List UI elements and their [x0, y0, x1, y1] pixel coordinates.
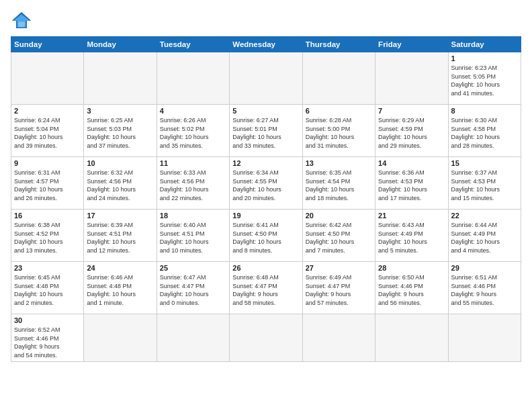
day-number: 6 [306, 107, 372, 115]
weekday-header-row: SundayMondayTuesdayWednesdayThursdayFrid… [11, 37, 521, 52]
day-number: 5 [232, 107, 299, 115]
calendar-cell [302, 314, 375, 362]
calendar-cell: 3Sunrise: 6:25 AMSunset: 5:03 PMDaylight… [84, 105, 157, 157]
day-number: 26 [232, 264, 299, 272]
calendar-cell: 29Sunrise: 6:51 AMSunset: 4:46 PMDayligh… [448, 262, 521, 314]
calendar-cell: 28Sunrise: 6:50 AMSunset: 4:46 PMDayligh… [375, 262, 448, 314]
day-number: 4 [160, 107, 226, 115]
day-info: Sunrise: 6:51 AMSunset: 4:46 PMDaylight:… [451, 273, 518, 307]
day-number: 28 [378, 264, 445, 272]
calendar-cell: 5Sunrise: 6:27 AMSunset: 5:01 PMDaylight… [230, 105, 302, 157]
day-number: 3 [87, 107, 153, 115]
calendar-cell: 18Sunrise: 6:40 AMSunset: 4:51 PMDayligh… [157, 210, 229, 262]
calendar-cell: 22Sunrise: 6:44 AMSunset: 4:49 PMDayligh… [448, 210, 521, 262]
day-number: 14 [378, 159, 445, 167]
day-info: Sunrise: 6:33 AMSunset: 4:56 PMDaylight:… [160, 169, 226, 202]
day-info: Sunrise: 6:30 AMSunset: 4:58 PMDaylight:… [451, 116, 518, 150]
day-number: 9 [14, 159, 81, 167]
day-info: Sunrise: 6:40 AMSunset: 4:51 PMDaylight:… [160, 221, 226, 255]
day-number: 25 [160, 264, 226, 272]
day-info: Sunrise: 6:29 AMSunset: 4:59 PMDaylight:… [378, 116, 445, 150]
calendar-cell [84, 314, 157, 362]
day-info: Sunrise: 6:52 AMSunset: 4:46 PMDaylight:… [14, 326, 81, 359]
day-info: Sunrise: 6:23 AMSunset: 5:05 PMDaylight:… [451, 64, 518, 97]
calendar-cell: 7Sunrise: 6:29 AMSunset: 4:59 PMDaylight… [375, 105, 448, 157]
calendar-cell: 13Sunrise: 6:35 AMSunset: 4:54 PMDayligh… [302, 157, 375, 210]
day-number: 13 [306, 159, 372, 167]
calendar-cell: 12Sunrise: 6:34 AMSunset: 4:55 PMDayligh… [230, 157, 302, 210]
calendar-cell [375, 52, 448, 105]
weekday-header-saturday: Saturday [448, 37, 521, 52]
day-info: Sunrise: 6:49 AMSunset: 4:47 PMDaylight:… [306, 273, 372, 307]
day-number: 27 [306, 264, 372, 272]
day-number: 21 [378, 212, 445, 220]
calendar-cell [230, 52, 302, 105]
week-row-1: 2Sunrise: 6:24 AMSunset: 5:04 PMDaylight… [11, 105, 521, 157]
day-info: Sunrise: 6:45 AMSunset: 4:48 PMDaylight:… [14, 273, 81, 307]
day-number: 1 [451, 54, 518, 62]
day-info: Sunrise: 6:36 AMSunset: 4:53 PMDaylight:… [378, 169, 445, 202]
day-number: 19 [232, 212, 299, 220]
day-number: 17 [87, 212, 153, 220]
calendar-cell: 24Sunrise: 6:46 AMSunset: 4:48 PMDayligh… [84, 262, 157, 314]
calendar-cell [302, 52, 375, 105]
calendar-cell: 25Sunrise: 6:47 AMSunset: 4:47 PMDayligh… [157, 262, 229, 314]
week-row-2: 9Sunrise: 6:31 AMSunset: 4:57 PMDaylight… [11, 157, 521, 210]
calendar-cell: 17Sunrise: 6:39 AMSunset: 4:51 PMDayligh… [84, 210, 157, 262]
day-info: Sunrise: 6:24 AMSunset: 5:04 PMDaylight:… [14, 116, 81, 150]
calendar-cell: 23Sunrise: 6:45 AMSunset: 4:48 PMDayligh… [11, 262, 84, 314]
calendar-cell: 27Sunrise: 6:49 AMSunset: 4:47 PMDayligh… [302, 262, 375, 314]
day-info: Sunrise: 6:28 AMSunset: 5:00 PMDaylight:… [306, 116, 372, 150]
day-info: Sunrise: 6:34 AMSunset: 4:55 PMDaylight:… [232, 169, 299, 202]
day-info: Sunrise: 6:25 AMSunset: 5:03 PMDaylight:… [87, 116, 153, 150]
day-number: 24 [87, 264, 153, 272]
weekday-header-wednesday: Wednesday [230, 37, 302, 52]
calendar-cell [11, 52, 84, 105]
calendar-cell: 8Sunrise: 6:30 AMSunset: 4:58 PMDaylight… [448, 105, 521, 157]
day-info: Sunrise: 6:44 AMSunset: 4:49 PMDaylight:… [451, 221, 518, 255]
page: SundayMondayTuesdayWednesdayThursdayFrid… [0, 0, 532, 411]
day-number: 23 [14, 264, 81, 272]
weekday-header-sunday: Sunday [11, 37, 84, 52]
calendar-cell [157, 52, 229, 105]
day-info: Sunrise: 6:39 AMSunset: 4:51 PMDaylight:… [87, 221, 153, 255]
calendar-cell: 11Sunrise: 6:33 AMSunset: 4:56 PMDayligh… [157, 157, 229, 210]
logo-icon [11, 11, 32, 30]
week-row-4: 23Sunrise: 6:45 AMSunset: 4:48 PMDayligh… [11, 262, 521, 314]
calendar-cell: 21Sunrise: 6:43 AMSunset: 4:49 PMDayligh… [375, 210, 448, 262]
day-number: 7 [378, 107, 445, 115]
day-number: 20 [306, 212, 372, 220]
day-info: Sunrise: 6:26 AMSunset: 5:02 PMDaylight:… [160, 116, 226, 150]
day-info: Sunrise: 6:50 AMSunset: 4:46 PMDaylight:… [378, 273, 445, 307]
day-number: 18 [160, 212, 226, 220]
day-info: Sunrise: 6:41 AMSunset: 4:50 PMDaylight:… [232, 221, 299, 255]
day-info: Sunrise: 6:43 AMSunset: 4:49 PMDaylight:… [378, 221, 445, 255]
day-info: Sunrise: 6:35 AMSunset: 4:54 PMDaylight:… [306, 169, 372, 202]
day-info: Sunrise: 6:42 AMSunset: 4:50 PMDaylight:… [306, 221, 372, 255]
header [11, 11, 521, 30]
calendar-cell [157, 314, 229, 362]
calendar-cell: 15Sunrise: 6:37 AMSunset: 4:53 PMDayligh… [448, 157, 521, 210]
calendar-cell: 19Sunrise: 6:41 AMSunset: 4:50 PMDayligh… [230, 210, 302, 262]
calendar-cell: 9Sunrise: 6:31 AMSunset: 4:57 PMDaylight… [11, 157, 84, 210]
day-number: 2 [14, 107, 81, 115]
weekday-header-friday: Friday [375, 37, 448, 52]
calendar-cell [448, 314, 521, 362]
day-info: Sunrise: 6:47 AMSunset: 4:47 PMDaylight:… [160, 273, 226, 307]
calendar-cell: 10Sunrise: 6:32 AMSunset: 4:56 PMDayligh… [84, 157, 157, 210]
day-info: Sunrise: 6:38 AMSunset: 4:52 PMDaylight:… [14, 221, 81, 255]
day-info: Sunrise: 6:46 AMSunset: 4:48 PMDaylight:… [87, 273, 153, 307]
week-row-3: 16Sunrise: 6:38 AMSunset: 4:52 PMDayligh… [11, 210, 521, 262]
logo [11, 11, 35, 30]
calendar-cell [375, 314, 448, 362]
day-info: Sunrise: 6:27 AMSunset: 5:01 PMDaylight:… [232, 116, 299, 150]
calendar-cell: 14Sunrise: 6:36 AMSunset: 4:53 PMDayligh… [375, 157, 448, 210]
calendar-cell: 2Sunrise: 6:24 AMSunset: 5:04 PMDaylight… [11, 105, 84, 157]
day-number: 11 [160, 159, 226, 167]
day-info: Sunrise: 6:32 AMSunset: 4:56 PMDaylight:… [87, 169, 153, 202]
calendar-cell: 6Sunrise: 6:28 AMSunset: 5:00 PMDaylight… [302, 105, 375, 157]
day-info: Sunrise: 6:37 AMSunset: 4:53 PMDaylight:… [451, 169, 518, 202]
calendar-cell [84, 52, 157, 105]
svg-rect-2 [18, 21, 25, 27]
week-row-0: 1Sunrise: 6:23 AMSunset: 5:05 PMDaylight… [11, 52, 521, 105]
